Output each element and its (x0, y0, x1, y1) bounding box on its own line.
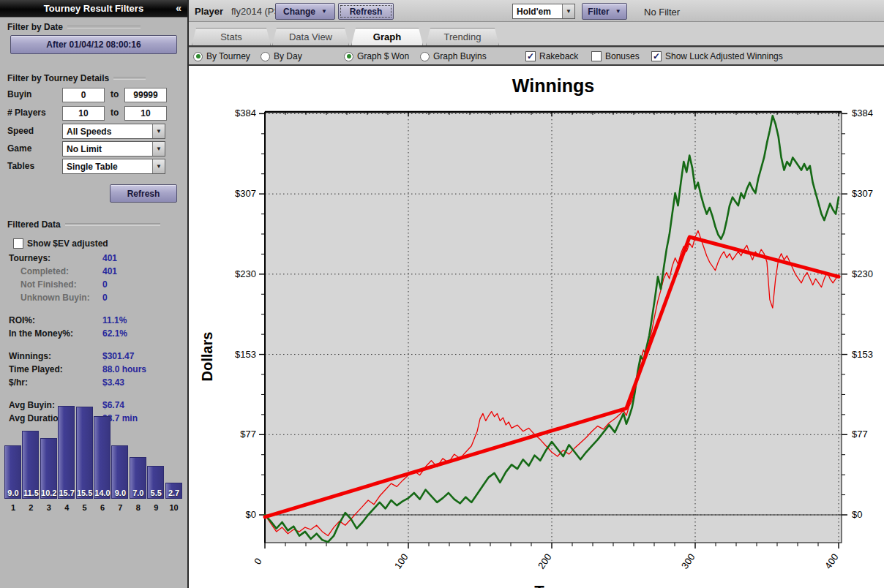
checkbox-icon: ✓ (525, 51, 536, 61)
select-game[interactable]: No Limit▼ (62, 141, 165, 157)
filtered-data-header: Filtered Data (7, 219, 160, 230)
tab-data-view[interactable]: Data View (272, 28, 349, 45)
chevron-down-icon: ▼ (152, 124, 165, 138)
select-label: Game (7, 143, 31, 154)
radio-dot (347, 54, 351, 59)
chart-canvas: $0$0$77$77$153$153$230$230$307$307$384$3… (189, 66, 884, 588)
position-histogram: 9.0111.5210.2315.7415.5514.069.077.085.5… (4, 401, 184, 512)
checkbox-rakeback[interactable]: ✓Rakeback (525, 51, 578, 61)
y-axis-label-right: $0 (852, 509, 862, 520)
stat-value: 11.1% (102, 315, 127, 325)
y-axis-label-left: $0 (246, 509, 256, 520)
chevron-down-icon: ▼ (152, 159, 165, 173)
sidebar-header: Tourney Result Filters « (0, 0, 187, 18)
select-value: No Limit (63, 144, 152, 154)
radio-icon (344, 52, 353, 61)
histogram-value: 2.7 (165, 489, 183, 497)
x-axis-label: 300 (679, 551, 697, 570)
stat-label: ROI%: (9, 315, 35, 325)
select-value: Single Table (63, 162, 152, 172)
stat-row: In the Money%:62.1% (9, 328, 181, 342)
stat-value: 0 (102, 279, 108, 290)
control-label: Show Luck Adjusted Winnings (665, 51, 783, 61)
stat-row: Tourneys:401 (9, 253, 181, 266)
game-type-value: Hold'em (513, 7, 562, 17)
range-to-input[interactable]: 10 (124, 106, 167, 121)
tab-graph[interactable]: Graph (351, 28, 423, 45)
checkbox-bonuses[interactable]: Bonuses (591, 51, 640, 61)
change-player-button[interactable]: Change ▼ (275, 3, 335, 20)
histogram-index: 4 (58, 503, 75, 512)
filter-by-date-header: Filter by Date (7, 22, 141, 32)
collapse-sidebar-icon[interactable]: « (176, 2, 181, 14)
range-from-input[interactable]: 10 (62, 106, 105, 121)
x-axis-label: 400 (823, 551, 841, 570)
stat-row: $/hr:$3.43 (9, 377, 181, 391)
sidebar-refresh-button[interactable]: Refresh (110, 184, 177, 203)
x-axis-title-partial: T (534, 582, 544, 588)
y-axis-label-right: $77 (852, 429, 868, 440)
tab-trending[interactable]: Trending (426, 28, 499, 45)
checkbox-show-luck-adjusted-winnings[interactable]: ✓Show Luck Adjusted Winnings (651, 51, 783, 61)
histogram-index: 6 (94, 503, 111, 512)
sidebar-title: Tourney Result Filters (44, 3, 143, 14)
stat-row: Unknown Buyin:0 (9, 293, 181, 306)
range-from-input[interactable]: 0 (62, 88, 105, 102)
control-label: Graph Buyins (433, 51, 487, 61)
filter-button[interactable]: Filter ▼ (582, 3, 627, 20)
stat-value: 0 (102, 293, 108, 303)
range-label: # Players (7, 108, 46, 118)
control-label: Graph $ Won (357, 51, 409, 61)
radio-graph-won[interactable]: Graph $ Won (344, 51, 409, 61)
stat-label: Tourneys: (9, 253, 50, 263)
histogram-bar (76, 407, 93, 499)
histogram-index: 8 (130, 503, 147, 512)
histogram-value: 11.5 (22, 489, 40, 497)
stat-row: Not Finished:0 (9, 279, 181, 293)
y-axis-title: Dollars (199, 332, 215, 382)
y-axis-label-right: $384 (852, 108, 873, 118)
select-value: All Speeds (63, 127, 152, 137)
filter-label: Filter (588, 7, 609, 17)
date-filter-button[interactable]: After 01/04/12 08:00:16 (10, 35, 177, 54)
game-type-select[interactable]: Hold'em ▼ (512, 4, 575, 19)
histogram-bar (94, 416, 110, 499)
radio-by-tourney[interactable]: By Tourney (193, 51, 250, 61)
select-tables[interactable]: Single Table▼ (62, 159, 165, 174)
stat-label: Completed: (20, 266, 69, 276)
show-ev-adjusted-checkbox[interactable]: Show $EV adjusted (13, 238, 108, 249)
tab-strip: StatsData ViewGraphTrending (189, 22, 884, 47)
radio-graph-buyins[interactable]: Graph Buyins (420, 51, 487, 61)
change-label: Change (283, 7, 315, 17)
y-axis-label-left: $307 (235, 188, 256, 199)
stat-value: 88.0 hours (102, 364, 146, 374)
chart-title: Winnings (512, 75, 594, 96)
stat-value: 401 (102, 266, 117, 276)
select-label: Speed (7, 126, 34, 136)
histogram-value: 15.5 (76, 489, 94, 497)
stat-label: Winnings: (9, 351, 51, 361)
y-axis-label-left: $384 (235, 108, 256, 118)
radio-by-day[interactable]: By Day (261, 51, 302, 61)
histogram-value: 5.5 (147, 489, 165, 497)
control-label: Bonuses (605, 51, 640, 61)
graph-controls-bar: By TourneyBy DayGraph $ WonGraph Buyins✓… (189, 47, 884, 66)
histogram-value: 10.2 (40, 489, 58, 497)
select-speed[interactable]: All Speeds▼ (62, 124, 165, 139)
stat-row: Time Played:88.0 hours (9, 364, 181, 377)
filter-status-text: No Filter (644, 7, 680, 18)
app-window: Tourney Result Filters « Filter by Date … (0, 0, 884, 588)
tab-stats[interactable]: Stats (192, 28, 271, 45)
range-to-sep: to (110, 89, 119, 99)
plot-area (265, 112, 842, 543)
control-label: Rakeback (539, 51, 578, 61)
chevron-down-icon: ▼ (615, 8, 621, 15)
range-to-input[interactable]: 99999 (124, 88, 167, 102)
histogram-value: 9.0 (4, 489, 22, 497)
refresh-button[interactable]: Refresh (338, 3, 394, 20)
checkbox-icon (13, 238, 23, 249)
stat-value: 62.1% (102, 328, 127, 339)
y-axis-label-right: $230 (852, 268, 873, 279)
select-label: Tables (7, 161, 34, 171)
histogram-index: 9 (147, 503, 165, 512)
